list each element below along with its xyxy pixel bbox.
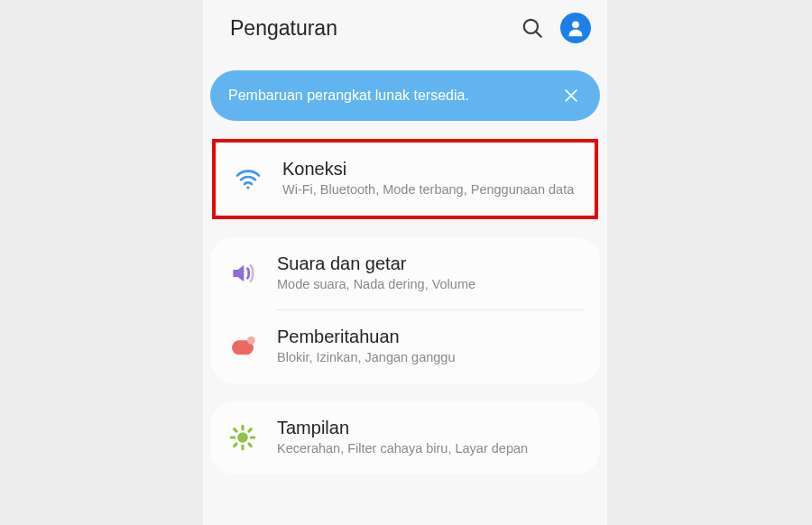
item-subtitle: Mode suara, Nada dering, Volume: [277, 276, 586, 294]
page-title: Pengaturan: [230, 16, 521, 41]
display-card: Tampilan Kecerahan, Filter cahaya biru, …: [210, 401, 600, 474]
close-icon: [562, 87, 580, 105]
item-title: Suara dan getar: [277, 253, 586, 274]
settings-item-display[interactable]: Tampilan Kecerahan, Filter cahaya biru, …: [210, 401, 600, 474]
banner-close-button[interactable]: [560, 85, 582, 106]
svg-line-15: [235, 444, 236, 446]
banner-text: Pembaruan perangkat lunak tersedia.: [228, 88, 560, 104]
svg-line-16: [249, 428, 251, 430]
connections-card: Koneksi Wi-Fi, Bluetooth, Mode terbang, …: [210, 139, 600, 219]
header-actions: [521, 13, 591, 43]
item-title: Pemberitahuan: [277, 327, 586, 347]
svg-point-7: [247, 336, 255, 345]
item-body: Suara dan getar Mode suara, Nada dering,…: [277, 253, 586, 294]
sound-notif-card: Suara dan getar Mode suara, Nada dering,…: [210, 237, 600, 383]
svg-line-14: [249, 444, 251, 446]
notification-icon: [226, 330, 259, 363]
settings-item-notifications[interactable]: Pemberitahuan Blokir, Izinkan, Jangan ga…: [210, 310, 600, 383]
person-icon: [566, 18, 586, 38]
update-banner[interactable]: Pembaruan perangkat lunak tersedia.: [210, 70, 600, 121]
item-body: Tampilan Kecerahan, Filter cahaya biru, …: [277, 418, 586, 458]
svg-point-2: [572, 21, 579, 28]
svg-line-13: [235, 428, 236, 430]
settings-item-sound[interactable]: Suara dan getar Mode suara, Nada dering,…: [210, 237, 600, 310]
brightness-icon: [226, 421, 259, 454]
item-body: Pemberitahuan Blokir, Izinkan, Jangan ga…: [277, 327, 586, 367]
search-button[interactable]: [521, 16, 544, 40]
item-title: Koneksi: [282, 159, 580, 180]
item-title: Tampilan: [277, 418, 586, 438]
speaker-icon: [226, 257, 259, 290]
item-subtitle: Blokir, Izinkan, Jangan ganggu: [277, 349, 586, 367]
header: Pengaturan: [203, 0, 607, 56]
svg-point-8: [237, 432, 247, 442]
item-subtitle: Kecerahan, Filter cahaya biru, Layar dep…: [277, 440, 586, 458]
settings-screen: Pengaturan Pembaruan perangkat lunak ter…: [203, 0, 607, 525]
svg-point-5: [246, 186, 249, 189]
account-button[interactable]: [560, 13, 591, 43]
wifi-icon: [232, 162, 264, 195]
settings-item-connections[interactable]: Koneksi Wi-Fi, Bluetooth, Mode terbang, …: [212, 139, 598, 219]
item-body: Koneksi Wi-Fi, Bluetooth, Mode terbang, …: [282, 159, 580, 199]
svg-line-1: [536, 32, 541, 37]
item-subtitle: Wi-Fi, Bluetooth, Mode terbang, Pengguna…: [282, 181, 580, 199]
search-icon: [521, 16, 544, 40]
